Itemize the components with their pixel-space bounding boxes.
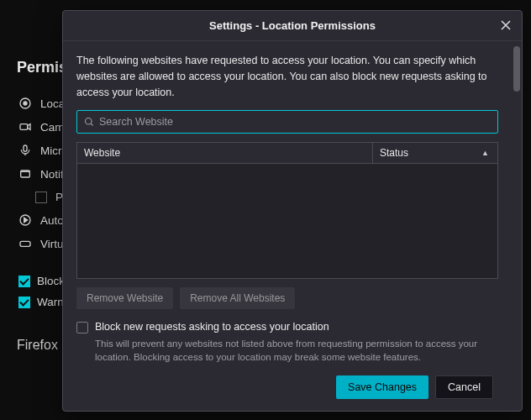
table-header: Website Status ▲ <box>76 142 498 164</box>
websites-table-body <box>76 164 498 279</box>
camera-icon <box>18 120 32 134</box>
dialog-footer: Save Changes Cancel <box>76 364 510 411</box>
remove-buttons-row: Remove Website Remove All Websites <box>76 287 510 309</box>
svg-rect-3 <box>24 145 27 151</box>
column-header-status[interactable]: Status ▲ <box>373 143 497 163</box>
location-permissions-dialog: Settings - Location Permissions The foll… <box>62 10 523 412</box>
dialog-titlebar: Settings - Location Permissions <box>63 11 522 41</box>
svg-point-1 <box>24 102 27 105</box>
sort-arrow-icon: ▲ <box>481 149 489 157</box>
search-icon <box>84 117 94 127</box>
remove-website-button[interactable]: Remove Website <box>76 287 173 309</box>
close-icon <box>501 20 511 30</box>
checkbox-checked-icon <box>18 297 30 308</box>
location-icon <box>18 97 32 110</box>
block-new-label: Block new requests asking to access your… <box>95 321 329 333</box>
block-new-checkbox[interactable] <box>76 322 88 333</box>
search-field-wrapper[interactable] <box>76 110 498 134</box>
close-button[interactable] <box>497 16 515 34</box>
block-new-description: This will prevent any websites not liste… <box>95 337 498 364</box>
cancel-button[interactable]: Cancel <box>435 375 493 399</box>
remove-all-websites-button[interactable]: Remove All Websites <box>180 287 295 309</box>
save-changes-button[interactable]: Save Changes <box>336 375 428 399</box>
scrollbar-thumb[interactable] <box>513 46 520 92</box>
autoplay-icon <box>18 213 32 227</box>
svg-rect-6 <box>20 241 30 246</box>
dialog-description: The following websites have requested to… <box>76 53 510 100</box>
svg-point-7 <box>86 118 92 125</box>
notifications-icon <box>18 167 32 181</box>
search-input[interactable] <box>99 111 491 133</box>
block-new-requests-row[interactable]: Block new requests asking to access your… <box>76 321 498 333</box>
column-header-website[interactable]: Website <box>77 143 373 163</box>
svg-rect-2 <box>20 124 28 130</box>
dialog-body: The following websites have requested to… <box>63 41 522 411</box>
checkbox-checked-icon <box>18 276 30 287</box>
microphone-icon <box>18 144 32 157</box>
checkbox-icon <box>35 192 47 203</box>
dialog-title: Settings - Location Permissions <box>209 19 376 32</box>
vr-icon <box>18 237 32 250</box>
